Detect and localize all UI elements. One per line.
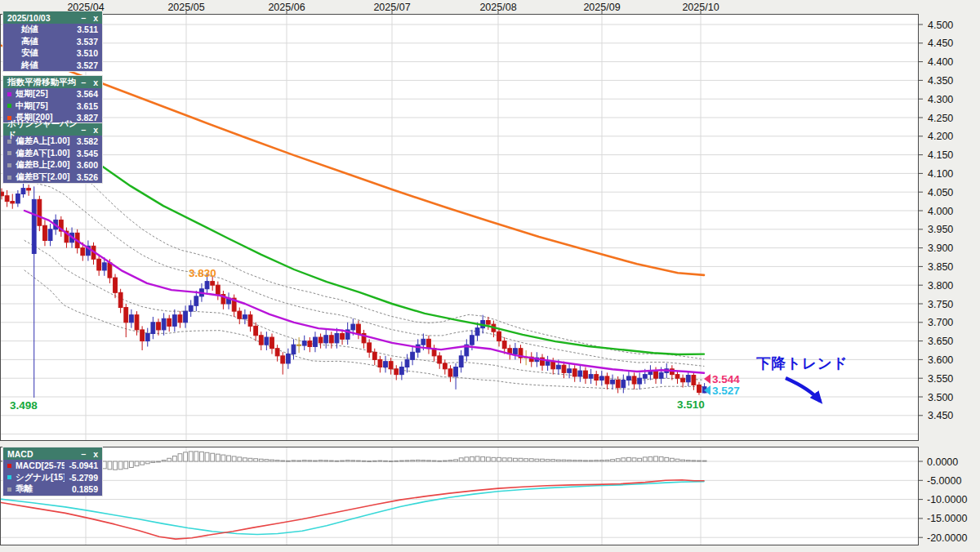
macd-row-divergence: 乖離 0.1859 bbox=[3, 483, 102, 496]
close-icon[interactable]: x bbox=[93, 13, 98, 23]
row-value: 3.511 bbox=[77, 24, 98, 34]
svg-text:4.250: 4.250 bbox=[928, 113, 953, 124]
chart-canvas[interactable]: 2025/042025/052025/062025/072025/082025/… bbox=[0, 0, 980, 552]
series-color-dot bbox=[7, 475, 11, 479]
svg-text:-5.0000: -5.0000 bbox=[927, 475, 961, 487]
row-label: 乖離 bbox=[16, 483, 68, 495]
svg-text:0.0000: 0.0000 bbox=[927, 456, 958, 468]
row-label: 偏差B上[2.00] bbox=[16, 159, 73, 171]
series-color-dot bbox=[7, 163, 11, 167]
svg-text:-15.0000: -15.0000 bbox=[927, 513, 967, 524]
row-value: 3.582 bbox=[77, 136, 98, 146]
trend-annotation-text: 下降トレンド bbox=[756, 355, 849, 372]
row-value: 0.1859 bbox=[72, 484, 98, 494]
close-icon[interactable]: x bbox=[93, 78, 98, 87]
bb-row-a-lower: 偏差A下[1.00] 3.545 bbox=[3, 148, 102, 160]
series-color-dot bbox=[7, 487, 11, 492]
svg-text:4.000: 4.000 bbox=[928, 206, 953, 217]
macd-row-signal: シグナル[15] -5.2799 bbox=[3, 472, 102, 484]
svg-text:4.150: 4.150 bbox=[928, 149, 953, 161]
panel-ohlc[interactable]: 2025/10/03 − x 始値 3.511 高値 3.537 安値 3.51… bbox=[2, 11, 103, 72]
row-label: 安値 bbox=[7, 47, 73, 59]
macd-row-macd: MACD[25-75] -5.0941 bbox=[3, 460, 102, 472]
low-price-label-right: 3.510 bbox=[677, 398, 705, 411]
svg-text:4.200: 4.200 bbox=[928, 131, 953, 142]
svg-text:4.050: 4.050 bbox=[928, 187, 953, 198]
row-value: 3.615 bbox=[77, 101, 98, 111]
panel-bollinger[interactable]: ボリンジャーバンド − x 偏差A上[1.00] 3.582 偏差A下[1.00… bbox=[2, 122, 103, 184]
row-label: 始値 bbox=[7, 24, 73, 35]
series-color-dot bbox=[7, 176, 11, 180]
svg-text:4.500: 4.500 bbox=[928, 20, 953, 31]
panel-ema-header[interactable]: 指数平滑移動平均 − x bbox=[3, 76, 102, 88]
series-color-dot bbox=[7, 104, 11, 108]
row-value: 3.537 bbox=[77, 37, 98, 47]
svg-text:-10.0000: -10.0000 bbox=[927, 494, 967, 505]
row-label: 高値 bbox=[7, 36, 73, 47]
row-value: 3.510 bbox=[77, 48, 98, 58]
minimize-icon[interactable]: − bbox=[81, 78, 86, 87]
row-label: 終値 bbox=[7, 60, 73, 71]
panel-macd-title: MACD bbox=[7, 449, 33, 459]
svg-text:3.950: 3.950 bbox=[928, 224, 953, 235]
close-icon[interactable]: x bbox=[93, 449, 98, 459]
row-label: 中期[75] bbox=[16, 100, 73, 112]
panel-ohlc-title: 2025/10/03 bbox=[7, 13, 51, 23]
minimize-icon[interactable]: − bbox=[81, 13, 86, 23]
ema-row-mid: 中期[75] 3.615 bbox=[3, 100, 102, 113]
row-value: 3.545 bbox=[77, 149, 98, 158]
svg-text:3.700: 3.700 bbox=[928, 317, 953, 328]
svg-text:4.300: 4.300 bbox=[928, 94, 953, 105]
svg-text:4.400: 4.400 bbox=[928, 56, 953, 68]
row-value: 3.600 bbox=[77, 160, 98, 170]
series-color-dot bbox=[7, 151, 11, 155]
series-color-dot bbox=[7, 92, 11, 96]
svg-text:3.600: 3.600 bbox=[928, 354, 953, 366]
svg-text:3.750: 3.750 bbox=[928, 299, 953, 310]
row-value: -5.0941 bbox=[69, 461, 98, 470]
panel-macd-header[interactable]: MACD − x bbox=[3, 447, 102, 460]
series-color-dot bbox=[7, 464, 11, 468]
row-label: 偏差A上[1.00] bbox=[16, 136, 73, 147]
svg-text:3.500: 3.500 bbox=[928, 392, 953, 403]
panel-ema-title: 指数平滑移動平均 bbox=[7, 77, 76, 88]
row-value: 3.564 bbox=[77, 89, 98, 99]
series-color-dot bbox=[7, 140, 11, 144]
row-label: シグナル[15] bbox=[16, 472, 65, 483]
bb-row-a-upper: 偏差A上[1.00] 3.582 bbox=[3, 136, 102, 148]
svg-text:4.450: 4.450 bbox=[928, 38, 953, 49]
row-label: 偏差B下[2.00] bbox=[16, 171, 73, 183]
svg-text:3.550: 3.550 bbox=[928, 373, 953, 385]
svg-text:3.450: 3.450 bbox=[928, 410, 953, 421]
row-label: 短期[25] bbox=[16, 88, 73, 100]
row-value: 3.526 bbox=[77, 172, 98, 182]
svg-text:4.350: 4.350 bbox=[928, 75, 953, 87]
bb-row-b-lower: 偏差B下[2.00] 3.526 bbox=[3, 171, 102, 184]
marker-price-lower: 3.527 bbox=[712, 385, 740, 397]
bb-row-b-upper: 偏差B上[2.00] 3.600 bbox=[3, 159, 102, 171]
row-value: -5.2799 bbox=[69, 473, 98, 483]
panel-ohlc-header[interactable]: 2025/10/03 − x bbox=[3, 11, 102, 24]
svg-text:4.100: 4.100 bbox=[928, 168, 953, 180]
panel-bollinger-header[interactable]: ボリンジャーバンド − x bbox=[3, 123, 102, 136]
ohlc-row-low: 安値 3.510 bbox=[3, 47, 102, 60]
peak-price-label: 3.830 bbox=[189, 267, 216, 279]
row-value: 3.527 bbox=[77, 60, 98, 70]
ohlc-row-high: 高値 3.537 bbox=[3, 36, 102, 48]
low-price-label-left: 3.498 bbox=[10, 399, 38, 412]
row-label: MACD[25-75] bbox=[16, 461, 65, 470]
marker-price-upper: 3.544 bbox=[712, 373, 740, 385]
minimize-icon[interactable]: − bbox=[81, 449, 86, 459]
close-icon[interactable]: x bbox=[93, 125, 98, 135]
row-label: 偏差A下[1.00] bbox=[16, 148, 73, 159]
svg-text:3.900: 3.900 bbox=[928, 243, 953, 254]
ohlc-row-close: 終値 3.527 bbox=[3, 60, 102, 72]
svg-text:-20.0000: -20.0000 bbox=[927, 532, 967, 544]
svg-text:3.800: 3.800 bbox=[928, 280, 953, 292]
svg-text:3.850: 3.850 bbox=[928, 261, 953, 273]
chart-application: 2025/042025/052025/062025/072025/082025/… bbox=[0, 0, 980, 552]
panel-macd[interactable]: MACD − x MACD[25-75] -5.0941 シグナル[15] -5… bbox=[2, 447, 103, 496]
ema-row-short: 短期[25] 3.564 bbox=[3, 88, 102, 100]
minimize-icon[interactable]: − bbox=[81, 125, 86, 135]
ohlc-row-open: 始値 3.511 bbox=[3, 24, 102, 36]
